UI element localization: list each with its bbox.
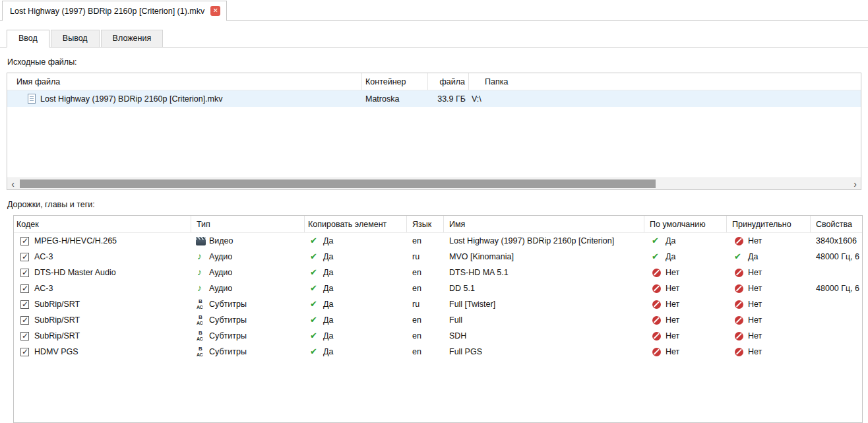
track-properties bbox=[811, 296, 862, 312]
track-checkbox[interactable] bbox=[20, 253, 29, 261]
track-checkbox[interactable] bbox=[20, 284, 29, 293]
column-header-file-name[interactable]: Имя файла bbox=[7, 73, 362, 90]
video-icon bbox=[196, 237, 206, 245]
track-default: Да bbox=[666, 236, 675, 245]
check-icon bbox=[310, 236, 319, 245]
no-entry-icon bbox=[734, 331, 743, 341]
file-container: Matroska bbox=[362, 90, 428, 107]
track-language: en bbox=[407, 233, 444, 249]
track-codec: SubRip/SRT bbox=[34, 331, 80, 341]
column-header-language[interactable]: Язык bbox=[407, 216, 444, 232]
track-codec: MPEG-H/HEVC/H.265 bbox=[34, 236, 117, 245]
track-row[interactable]: SubRip/SRT Субтитры Да ru Full [Twister]… bbox=[14, 296, 862, 312]
track-row[interactable]: AC-3 Аудио Да en DD 5.1 Нет Нет 48000 Гц… bbox=[14, 280, 862, 296]
file-icon bbox=[28, 94, 36, 104]
track-properties bbox=[811, 328, 862, 344]
tab-input[interactable]: Ввод bbox=[7, 30, 49, 48]
column-header-name[interactable]: Имя bbox=[444, 216, 644, 232]
column-header-type[interactable]: Тип bbox=[191, 216, 305, 232]
track-row[interactable]: HDMV PGS Субтитры Да en Full PGS Нет Нет bbox=[14, 344, 862, 360]
track-row[interactable]: AC-3 Аудио Да ru MVO [Kinomania] Да Да 4… bbox=[14, 249, 862, 265]
column-header-container[interactable]: Контейнер bbox=[362, 73, 428, 90]
track-copy: Да bbox=[323, 284, 333, 293]
column-header-default[interactable]: По умолчанию bbox=[644, 216, 727, 232]
scroll-left-icon[interactable]: ‹ bbox=[7, 179, 18, 189]
column-header-folder[interactable]: Папка bbox=[469, 73, 861, 90]
track-name: Full [Twister] bbox=[444, 296, 644, 312]
track-copy: Да bbox=[323, 268, 333, 277]
tab-output[interactable]: Вывод bbox=[51, 30, 100, 47]
tracks-header: Кодек Тип Копировать элемент Язык Имя По… bbox=[14, 216, 862, 233]
column-header-codec[interactable]: Кодек bbox=[14, 216, 191, 232]
track-checkbox[interactable] bbox=[20, 237, 29, 245]
document-tab-bar: Lost Highway (1997) BDRip 2160p [Criteri… bbox=[0, 0, 868, 21]
scroll-right-icon[interactable]: › bbox=[850, 179, 861, 189]
no-entry-icon bbox=[652, 300, 661, 309]
track-type: Субтитры bbox=[209, 300, 247, 309]
close-icon[interactable]: ✕ bbox=[210, 6, 220, 16]
source-files-label: Исходные файлы: bbox=[7, 57, 868, 67]
column-header-forced[interactable]: Принудительно bbox=[727, 216, 811, 232]
track-row[interactable]: DTS-HD Master Audio Аудио Да en DTS-HD M… bbox=[14, 265, 862, 280]
track-copy: Да bbox=[323, 252, 333, 261]
track-copy: Да bbox=[323, 300, 333, 309]
track-default: Нет bbox=[666, 300, 679, 309]
track-checkbox[interactable] bbox=[20, 316, 29, 325]
track-row[interactable]: SubRip/SRT Субтитры Да en Full Нет Нет bbox=[14, 312, 862, 328]
track-properties bbox=[811, 344, 862, 360]
scrollbar-track[interactable] bbox=[18, 178, 850, 189]
no-entry-icon bbox=[652, 284, 661, 293]
check-icon bbox=[310, 347, 319, 356]
track-checkbox[interactable] bbox=[20, 348, 29, 356]
horizontal-scrollbar[interactable]: ‹ › bbox=[7, 178, 861, 189]
no-entry-icon bbox=[734, 347, 743, 356]
track-properties: 48000 Гц, 6 bbox=[811, 280, 862, 296]
tracks-table: Кодек Тип Копировать элемент Язык Имя По… bbox=[13, 215, 863, 423]
tab-attachments[interactable]: Вложения bbox=[101, 30, 164, 47]
track-codec: SubRip/SRT bbox=[34, 315, 80, 325]
track-codec: HDMV PGS bbox=[34, 347, 78, 356]
track-row[interactable]: SubRip/SRT Субтитры Да en SDH Нет Нет bbox=[14, 328, 862, 344]
no-entry-icon bbox=[734, 284, 743, 293]
track-checkbox[interactable] bbox=[20, 332, 29, 341]
track-language: en bbox=[407, 328, 444, 344]
track-codec: AC-3 bbox=[34, 284, 53, 293]
scrollbar-thumb[interactable] bbox=[20, 179, 656, 188]
no-entry-icon bbox=[652, 347, 661, 356]
column-header-copy[interactable]: Копировать элемент bbox=[305, 216, 407, 232]
section-tab-bar: Ввод Вывод Вложения bbox=[0, 30, 868, 48]
column-header-properties[interactable]: Свойства bbox=[811, 216, 862, 232]
track-checkbox[interactable] bbox=[20, 300, 29, 309]
no-entry-icon bbox=[734, 315, 743, 325]
column-header-file-size[interactable]: файла bbox=[428, 73, 469, 90]
source-files-header: Имя файла Контейнер файла Папка bbox=[7, 73, 861, 90]
files-table-body: Lost Highway (1997) BDRip 2160p [Criteri… bbox=[7, 90, 861, 178]
track-default: Нет bbox=[666, 315, 679, 325]
check-icon bbox=[310, 315, 319, 325]
track-language: en bbox=[407, 265, 444, 280]
source-files-table: Имя файла Контейнер файла Папка Lost Hig… bbox=[7, 73, 861, 190]
track-language: en bbox=[407, 280, 444, 296]
document-tab[interactable]: Lost Highway (1997) BDRip 2160p [Criteri… bbox=[2, 1, 227, 21]
track-type: Субтитры bbox=[209, 315, 247, 325]
track-default: Да bbox=[666, 252, 675, 261]
file-row[interactable]: Lost Highway (1997) BDRip 2160p [Criteri… bbox=[7, 90, 861, 107]
track-properties: 48000 Гц, 6 bbox=[811, 249, 862, 265]
no-entry-icon bbox=[652, 315, 661, 325]
audio-icon bbox=[196, 252, 206, 262]
track-name: Lost Highway (1997) BDRip 2160p [Criteri… bbox=[444, 233, 644, 249]
track-type: Видео bbox=[209, 236, 233, 245]
check-icon bbox=[310, 284, 319, 293]
document-tab-title: Lost Highway (1997) BDRip 2160p [Criteri… bbox=[10, 7, 204, 16]
no-entry-icon bbox=[734, 236, 743, 245]
audio-icon bbox=[196, 268, 206, 278]
no-entry-icon bbox=[734, 268, 743, 277]
track-row[interactable]: MPEG-H/HEVC/H.265 Видео Да en Lost Highw… bbox=[14, 233, 862, 249]
track-checkbox[interactable] bbox=[20, 269, 29, 277]
track-forced: Нет bbox=[748, 347, 762, 356]
track-name: MVO [Kinomania] bbox=[444, 249, 644, 265]
subtitles-icon bbox=[196, 300, 206, 309]
track-default: Нет bbox=[666, 331, 679, 341]
check-icon bbox=[310, 252, 319, 261]
subtitles-icon bbox=[196, 331, 206, 341]
